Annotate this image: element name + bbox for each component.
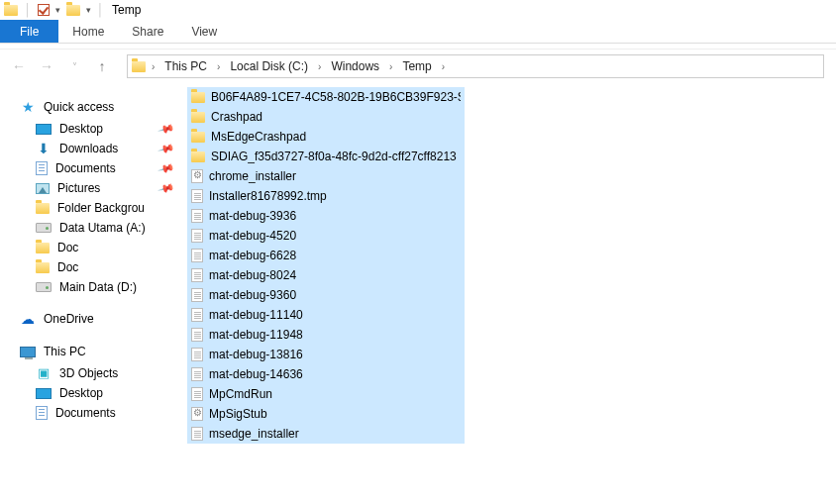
separator-icon: │ [97, 3, 105, 17]
documents-icon [36, 406, 48, 420]
window-title: Temp [110, 3, 141, 17]
list-item[interactable]: MpCmdRun [187, 384, 465, 404]
qat-folder-icon[interactable] [66, 5, 80, 16]
sidebar-item[interactable]: Desktop [0, 383, 183, 403]
sidebar-item-label: Pictures [57, 181, 100, 195]
list-item[interactable]: mat-debug-4520 [187, 226, 465, 246]
sidebar-item[interactable]: Doc [0, 257, 183, 277]
pin-icon: 📌 [157, 120, 176, 138]
list-item[interactable]: MsEdgeCrashpad [187, 127, 465, 147]
list-item[interactable]: MpSigStub [187, 404, 465, 424]
folder-icon [191, 92, 205, 103]
back-button[interactable]: ← [12, 58, 26, 74]
file-icon [191, 249, 203, 262]
sidebar-item[interactable]: Data Utama (A:) [0, 218, 183, 238]
list-item[interactable]: mat-debug-13816 [187, 345, 465, 364]
sidebar-onedrive[interactable]: ☁ OneDrive [0, 307, 183, 331]
chevron-right-icon[interactable]: › [152, 61, 155, 72]
sidebar-item[interactable]: ▣3D Objects [0, 362, 183, 383]
file-name: chrome_installer [209, 169, 296, 183]
qat-properties-icon[interactable] [38, 4, 50, 16]
file-icon [191, 189, 203, 203]
file-icon [191, 229, 203, 243]
desktop-icon [36, 388, 52, 399]
sidebar-item[interactable]: Main Data (D:) [0, 277, 183, 297]
file-name: mat-debug-11948 [209, 328, 303, 342]
sidebar-item[interactable]: ⬇Downloads📌 [0, 139, 183, 158]
list-item[interactable]: msedge_installer [187, 424, 465, 444]
sidebar-item-label: Desktop [59, 122, 103, 136]
list-item[interactable]: mat-debug-9360 [187, 285, 465, 305]
file-icon [191, 348, 203, 361]
file-icon [191, 209, 203, 223]
chevron-right-icon[interactable]: › [318, 61, 321, 72]
address-bar[interactable]: › This PC › Local Disk (C:) › Windows › … [127, 54, 824, 78]
tab-label: File [20, 25, 39, 39]
breadcrumb-item[interactable]: Temp [398, 59, 435, 73]
list-item[interactable]: mat-debug-3936 [187, 206, 465, 226]
sidebar-item[interactable]: Documents📌 [0, 158, 183, 178]
file-icon [191, 328, 203, 342]
list-item[interactable]: mat-debug-8024 [187, 265, 465, 285]
chevron-right-icon[interactable]: › [217, 61, 220, 72]
sidebar-item[interactable]: Documents [0, 403, 183, 423]
folder-icon [36, 203, 50, 214]
navigation-pane: ★ Quick access Desktop📌⬇Downloads📌Docume… [0, 83, 183, 504]
tab-file[interactable]: File [0, 20, 58, 43]
drive-icon [36, 223, 52, 233]
pictures-icon [36, 183, 50, 194]
breadcrumb-label: Temp [402, 59, 431, 73]
pin-icon: 📌 [157, 140, 176, 157]
breadcrumb-item[interactable]: This PC [160, 59, 211, 73]
sidebar-item[interactable]: Doc [0, 238, 183, 257]
qat-dropdown-icon[interactable]: ▾ [55, 5, 60, 15]
list-item[interactable]: Installer81678992.tmp [187, 186, 465, 206]
app-folder-icon [4, 5, 18, 16]
recent-dropdown-icon[interactable]: ˅ [67, 61, 81, 72]
desktop-icon [36, 124, 52, 135]
chevron-right-icon[interactable]: › [442, 61, 445, 72]
list-item[interactable]: chrome_installer [187, 166, 465, 186]
sidebar-group-label: Quick access [44, 100, 114, 114]
tab-label: Share [132, 25, 163, 39]
sidebar-item-label: Doc [57, 260, 78, 274]
tab-share[interactable]: Share [118, 20, 177, 43]
pin-icon: 📌 [157, 159, 176, 177]
file-name: MpSigStub [209, 407, 267, 421]
content-area: ★ Quick access Desktop📌⬇Downloads📌Docume… [0, 83, 836, 504]
chevron-right-icon[interactable]: › [389, 61, 392, 72]
list-item[interactable]: mat-debug-11948 [187, 325, 465, 345]
list-item[interactable]: Crashpad [187, 107, 465, 127]
breadcrumb-item[interactable]: Windows [327, 59, 383, 73]
file-name: mat-debug-9360 [209, 288, 296, 302]
sidebar-this-pc[interactable]: This PC [0, 341, 183, 362]
tab-view[interactable]: View [177, 20, 231, 43]
list-item[interactable]: B06F4A89-1CE7-4C58-802B-19B6CB39F923-Sig… [187, 87, 465, 107]
up-button[interactable]: ↑ [95, 58, 109, 74]
file-name: Installer81678992.tmp [209, 189, 327, 203]
sidebar-quick-access[interactable]: ★ Quick access [0, 95, 183, 119]
monitor-icon [20, 347, 36, 357]
sidebar-item-label: Folder Backgrou [57, 201, 145, 215]
sidebar-item[interactable]: Pictures📌 [0, 178, 183, 198]
forward-button[interactable]: → [40, 58, 53, 74]
file-icon [191, 288, 203, 302]
file-list[interactable]: B06F4A89-1CE7-4C58-802B-19B6CB39F923-Sig… [183, 83, 836, 504]
list-item[interactable]: mat-debug-14636 [187, 364, 465, 384]
sidebar-item-label: Data Utama (A:) [59, 221, 146, 235]
qat-customize-icon[interactable]: ▾ [86, 5, 91, 15]
folder-icon [191, 151, 205, 162]
sidebar-item[interactable]: Desktop📌 [0, 119, 183, 139]
list-item[interactable]: mat-debug-11140 [187, 305, 465, 325]
list-item[interactable]: SDIAG_f35d3727-8f0a-48fc-9d2d-cff27cff82… [187, 147, 465, 166]
downloads-icon: ⬇ [36, 142, 52, 155]
title-bar: │ ▾ ▾ │ Temp [0, 0, 836, 20]
list-item[interactable]: mat-debug-6628 [187, 246, 465, 265]
sidebar-item-label: Documents [55, 161, 116, 175]
tab-home[interactable]: Home [58, 20, 118, 43]
sidebar-item[interactable]: Folder Backgrou [0, 198, 183, 218]
sidebar-item-label: Downloads [59, 142, 118, 155]
breadcrumb-item[interactable]: Local Disk (C:) [226, 59, 312, 73]
file-icon [191, 387, 203, 401]
navigation-bar: ← → ˅ ↑ › This PC › Local Disk (C:) › Wi… [0, 50, 836, 83]
